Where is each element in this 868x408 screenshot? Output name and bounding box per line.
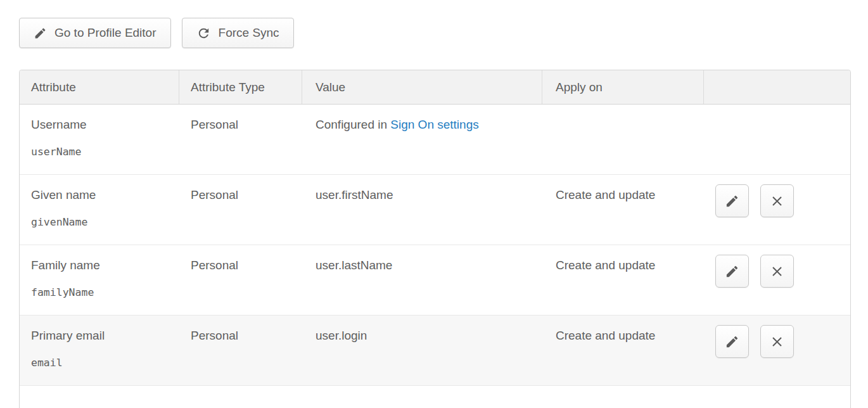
remove-attribute-button[interactable] (760, 184, 794, 217)
table-body: Username userName Personal Configured in… (20, 105, 850, 386)
close-icon (770, 264, 784, 279)
pencil-icon (725, 194, 739, 208)
attribute-label: Username (31, 118, 172, 132)
attribute-type-cell: Personal (179, 316, 302, 385)
header-value: Value (302, 70, 542, 104)
row-actions (704, 175, 850, 245)
sign-on-settings-link[interactable]: Sign On settings (390, 118, 478, 131)
apply-on-cell: Create and update (542, 245, 704, 315)
attribute-variable-name: userName (31, 146, 172, 158)
apply-on-cell: Create and update (542, 175, 704, 245)
attribute-variable-name: familyName (31, 286, 172, 298)
pencil-icon (725, 335, 739, 349)
empty-partial-row (20, 386, 850, 408)
header-attribute: Attribute (20, 70, 179, 104)
refresh-icon (196, 26, 211, 41)
attribute-cell: Username userName (20, 105, 179, 174)
attribute-type-cell: Personal (179, 105, 302, 174)
attribute-mappings-table: Attribute Attribute Type Value Apply on … (19, 70, 851, 408)
attribute-value-cell: user.lastName (302, 245, 542, 315)
attribute-type-cell: Personal (179, 175, 302, 245)
row-actions (704, 245, 850, 315)
attribute-cell: Family name familyName (20, 245, 179, 315)
header-apply-on: Apply on (542, 70, 704, 104)
close-icon (770, 194, 784, 208)
attribute-mapping-page: Go to Profile Editor Force Sync Attribut… (0, 0, 868, 408)
attribute-label: Given name (31, 188, 172, 202)
apply-on-cell (542, 105, 704, 174)
table-row: Family name familyName Personal user.las… (20, 245, 850, 316)
attribute-label: Family name (31, 258, 172, 272)
edit-attribute-button[interactable] (715, 325, 749, 358)
edit-attribute-button[interactable] (715, 255, 749, 288)
remove-attribute-button[interactable] (760, 325, 794, 358)
table-row: Primary email email Personal user.login … (20, 316, 850, 386)
attribute-value-cell: user.login (302, 316, 542, 385)
attribute-variable-name: email (31, 357, 172, 369)
attribute-type-cell: Personal (179, 245, 302, 315)
table-row: Username userName Personal Configured in… (20, 105, 850, 175)
attribute-variable-name: givenName (31, 216, 172, 228)
header-actions (704, 70, 850, 104)
force-sync-label: Force Sync (219, 26, 279, 40)
attribute-cell: Given name givenName (20, 175, 179, 245)
attribute-cell: Primary email email (20, 316, 179, 385)
row-actions (704, 316, 850, 385)
go-to-profile-editor-label: Go to Profile Editor (54, 26, 156, 40)
edit-attribute-button[interactable] (715, 184, 749, 217)
close-icon (770, 335, 784, 349)
apply-on-cell: Create and update (542, 316, 704, 385)
pencil-icon (34, 27, 47, 40)
remove-attribute-button[interactable] (760, 255, 794, 288)
row-actions (704, 105, 850, 174)
header-attribute-type: Attribute Type (179, 70, 302, 104)
table-row: Given name givenName Personal user.first… (20, 175, 850, 245)
attribute-value-cell: Configured in Sign On settings (302, 105, 542, 174)
attribute-value-cell: user.firstName (302, 175, 542, 245)
table-header-row: Attribute Attribute Type Value Apply on (20, 70, 850, 105)
go-to-profile-editor-button[interactable]: Go to Profile Editor (19, 18, 171, 48)
toolbar: Go to Profile Editor Force Sync (19, 18, 294, 48)
attribute-label: Primary email (31, 329, 172, 343)
force-sync-button[interactable]: Force Sync (182, 18, 294, 48)
pencil-icon (725, 264, 739, 279)
